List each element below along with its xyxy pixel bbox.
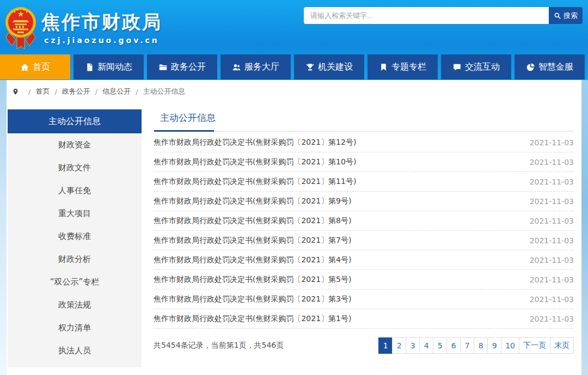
site-url: czj.jiaozuo.gov.cn bbox=[41, 36, 162, 45]
main-content: 主动公开信息 焦作市财政局行政处罚决定书(焦财采购罚〔2021〕第12号)202… bbox=[152, 109, 574, 367]
article-date: 2021-11-03 bbox=[530, 217, 574, 225]
article-row: 焦作市财政局行政处罚决定书(焦财采购罚〔2021〕第8号)2021-11-03 bbox=[154, 211, 574, 231]
bookmark-icon bbox=[379, 63, 388, 72]
article-date: 2021-11-03 bbox=[530, 236, 574, 245]
record-summary: 共5454条记录，当前第1页，共546页 bbox=[154, 341, 284, 351]
article-title-link[interactable]: 焦作市财政局行政处罚决定书(焦财采购罚〔2021〕第11号) bbox=[154, 177, 356, 187]
nav-tab-label: 专题专栏 bbox=[391, 62, 426, 73]
pagination-page-8[interactable]: 8 bbox=[474, 337, 488, 354]
nav-tab-4[interactable]: 服务大厅 bbox=[220, 54, 291, 79]
article-row: 焦作市财政局行政处罚决定书(焦财采购罚〔2021〕第5号)2021-11-03 bbox=[154, 270, 574, 290]
sidebar-item-3[interactable]: 财政文件 bbox=[8, 156, 142, 179]
nav-tab-3[interactable]: 政务公开 bbox=[147, 54, 217, 79]
pagination-page-5[interactable]: 5 bbox=[433, 337, 447, 354]
breadcrumb-item-2[interactable]: 政务公开 bbox=[62, 87, 90, 96]
site-brand[interactable]: 焦作市财政局 czj.jiaozuo.gov.cn bbox=[4, 3, 162, 51]
article-title-link[interactable]: 焦作市财政局行政处罚决定书(焦财采购罚〔2021〕第4号) bbox=[154, 255, 351, 265]
sidebar-item-11[interactable]: 执法人员 bbox=[8, 339, 142, 362]
article-row: 焦作市财政局行政处罚决定书(焦财采购罚〔2021〕第10号)2021-11-03 bbox=[154, 152, 574, 172]
pagination-last[interactable]: 末页 bbox=[550, 337, 574, 354]
document-icon bbox=[85, 63, 94, 72]
article-row: 焦作市财政局行政处罚决定书(焦财采购罚〔2021〕第9号)2021-11-03 bbox=[154, 192, 574, 211]
article-title-link[interactable]: 焦作市财政局行政处罚决定书(焦财采购罚〔2021〕第1号) bbox=[154, 314, 351, 324]
pagination-page-3[interactable]: 3 bbox=[406, 337, 420, 354]
nav-tab-6[interactable]: 专题专栏 bbox=[367, 54, 438, 79]
article-title-link[interactable]: 焦作市财政局行政处罚决定书(焦财采购罚〔2021〕第7号) bbox=[154, 236, 351, 245]
sidebar-item-2[interactable]: 财政资金 bbox=[8, 133, 142, 156]
sidebar-item-4[interactable]: 人事任免 bbox=[8, 179, 142, 202]
breadcrumb-separator: / bbox=[95, 88, 97, 96]
search-box: 搜索 bbox=[304, 7, 583, 24]
article-date: 2021-11-03 bbox=[530, 197, 574, 206]
nav-tab-5[interactable]: 机关建设 bbox=[294, 54, 364, 79]
brand-text: 焦作市财政局 czj.jiaozuo.gov.cn bbox=[41, 10, 162, 45]
breadcrumb-separator: / bbox=[54, 88, 57, 96]
nav-tab-2[interactable]: 新闻动态 bbox=[74, 54, 144, 79]
section-header: 主动公开信息 bbox=[152, 109, 574, 132]
pagination-page-10[interactable]: 10 bbox=[501, 337, 519, 354]
content-columns: 主动公开信息财政资金财政文件人事任免重大项目收费标准财政分析“双公示”专栏政策法… bbox=[7, 103, 581, 367]
pie-chart-icon bbox=[526, 63, 535, 72]
nav-tab-label: 智慧金服 bbox=[538, 62, 573, 73]
nav-tab-8[interactable]: 智慧金服 bbox=[514, 54, 585, 79]
article-row: 焦作市财政局行政处罚决定书(焦财采购罚〔2021〕第1号)2021-11-03 bbox=[154, 309, 574, 329]
article-title-link[interactable]: 焦作市财政局行政处罚决定书(焦财采购罚〔2021〕第3号) bbox=[154, 294, 351, 304]
article-date: 2021-11-03 bbox=[530, 138, 574, 147]
nav-tab-7[interactable]: 交流互动 bbox=[441, 54, 511, 79]
search-button[interactable]: 搜索 bbox=[549, 7, 583, 24]
sidebar-item-8[interactable]: “双公示”专栏 bbox=[8, 271, 142, 293]
breadcrumb-item-4[interactable]: 主动公开信息 bbox=[143, 87, 186, 96]
article-row: 焦作市财政局行政处罚决定书(焦财采购罚〔2021〕第4号)2021-11-03 bbox=[154, 250, 574, 270]
article-date: 2021-11-03 bbox=[530, 256, 574, 265]
article-title-link[interactable]: 焦作市财政局行政处罚决定书(焦财采购罚〔2021〕第10号) bbox=[154, 157, 356, 167]
nav-tab-label: 服务大厅 bbox=[244, 62, 279, 73]
pagination-page-2[interactable]: 2 bbox=[392, 337, 406, 354]
national-emblem-icon bbox=[4, 5, 37, 51]
page-body: /首页/政务公开/信息公开/主动公开信息 主动公开信息财政资金财政文件人事任免重… bbox=[7, 80, 581, 375]
breadcrumb-separator: / bbox=[28, 88, 30, 96]
article-title-link[interactable]: 焦作市财政局行政处罚决定书(焦财采购罚〔2021〕第12号) bbox=[154, 138, 356, 147]
article-row: 焦作市财政局行政处罚决定书(焦财采购罚〔2021〕第12号)2021-11-03 bbox=[154, 133, 574, 152]
sidebar-item-9[interactable]: 政策法规 bbox=[8, 293, 142, 316]
sidebar-item-7[interactable]: 财政分析 bbox=[8, 248, 142, 271]
pagination-page-1[interactable]: 1 bbox=[378, 337, 393, 354]
search-icon bbox=[554, 12, 561, 20]
main-nav: 首页新闻动态政务公开服务大厅机关建设专题专栏交流互动智慧金服 bbox=[0, 54, 585, 79]
pagination-next[interactable]: 下一页 bbox=[519, 337, 550, 354]
article-list: 焦作市财政局行政处罚决定书(焦财采购罚〔2021〕第12号)2021-11-03… bbox=[152, 132, 574, 329]
breadcrumb-separator: / bbox=[136, 88, 138, 96]
breadcrumb-item-1[interactable]: 首页 bbox=[35, 87, 50, 96]
pagination-page-6[interactable]: 6 bbox=[446, 337, 461, 354]
article-title-link[interactable]: 焦作市财政局行政处罚决定书(焦财采购罚〔2021〕第8号) bbox=[154, 216, 351, 226]
sidebar-item-6[interactable]: 收费标准 bbox=[8, 225, 142, 248]
breadcrumb-item-3[interactable]: 信息公开 bbox=[102, 87, 131, 96]
header-top: 焦作市财政局 czj.jiaozuo.gov.cn 搜索 bbox=[0, 0, 588, 54]
pagination-page-4[interactable]: 4 bbox=[419, 337, 433, 354]
article-title-link[interactable]: 焦作市财政局行政处罚决定书(焦财采购罚〔2021〕第9号) bbox=[154, 196, 351, 206]
article-date: 2021-11-03 bbox=[530, 315, 574, 323]
article-title-link[interactable]: 焦作市财政局行政处罚决定书(焦财采购罚〔2021〕第5号) bbox=[154, 275, 351, 285]
home-icon bbox=[20, 63, 29, 72]
nav-tab-label: 政务公开 bbox=[171, 62, 206, 73]
folder-icon bbox=[158, 63, 168, 72]
list-footer: 共5454条记录，当前第1页，共546页 12345678910下一页末页 bbox=[152, 337, 574, 354]
pagination-page-7[interactable]: 7 bbox=[460, 337, 474, 354]
article-date: 2021-11-03 bbox=[530, 275, 574, 284]
location-pin-icon bbox=[12, 88, 19, 96]
nav-tab-label: 交流互动 bbox=[465, 62, 500, 73]
pagination-page-9[interactable]: 9 bbox=[487, 337, 501, 354]
article-date: 2021-11-03 bbox=[530, 158, 574, 167]
article-date: 2021-11-03 bbox=[530, 177, 574, 186]
search-input[interactable] bbox=[304, 7, 549, 24]
sidebar-menu: 主动公开信息财政资金财政文件人事任免重大项目收费标准财政分析“双公示”专栏政策法… bbox=[8, 109, 142, 367]
section-title: 主动公开信息 bbox=[160, 112, 216, 123]
sidebar-item-10[interactable]: 权力清单 bbox=[8, 316, 142, 339]
chat-icon bbox=[452, 63, 462, 72]
sidebar-item-1[interactable]: 主动公开信息 bbox=[8, 109, 142, 133]
search-button-label: 搜索 bbox=[564, 11, 578, 21]
site-title: 焦作市财政局 bbox=[41, 10, 162, 35]
nav-tab-label: 新闻动态 bbox=[97, 62, 132, 73]
nav-tab-1[interactable]: 首页 bbox=[0, 54, 70, 79]
trophy-icon bbox=[305, 63, 315, 72]
sidebar-item-5[interactable]: 重大项目 bbox=[8, 202, 142, 225]
